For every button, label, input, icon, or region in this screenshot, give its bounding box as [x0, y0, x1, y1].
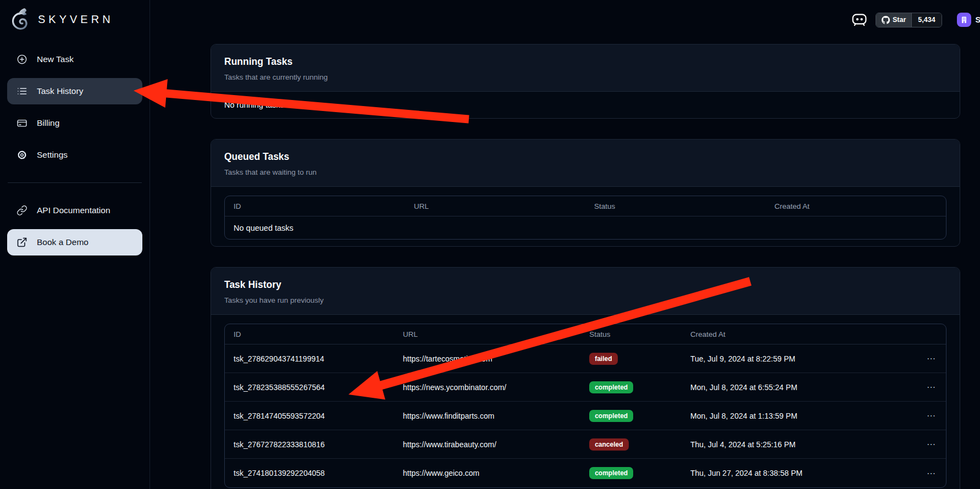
sidebar-item-label: Billing	[37, 118, 59, 128]
brand-name: SKYVERN	[38, 13, 114, 26]
plus-circle-icon	[16, 54, 27, 65]
row-actions-button[interactable]: ⋯	[913, 439, 946, 449]
row-actions-button[interactable]: ⋯	[913, 410, 946, 421]
sidebar-nav: New Task Task History Billing Settings	[7, 46, 142, 255]
queued-tasks-header: Queued Tasks Tasks that are waiting to r…	[211, 140, 960, 187]
github-star-count[interactable]: 5,434	[911, 13, 941, 27]
queued-table-header: ID URL Status Created At	[225, 196, 946, 216]
status-badge: canceled	[589, 438, 628, 451]
task-history-header: Task History Tasks you have run previous…	[211, 268, 960, 315]
column-header-id: ID	[225, 202, 405, 210]
running-tasks-title: Running Tasks	[224, 56, 946, 68]
task-id-cell: tsk_278235388555267564	[225, 383, 394, 392]
task-url-cell: https://www.tirabeauty.com/	[394, 440, 580, 449]
table-row[interactable]: tsk_276727822333810816 https://www.tirab…	[225, 430, 946, 459]
sidebar: SKYVERN New Task Task History Billing	[0, 0, 150, 489]
history-table-body: tsk_278629043741199914 https://tartecosm…	[225, 344, 946, 487]
sidebar-item-label: Settings	[37, 150, 68, 160]
column-header-created-at: Created At	[766, 202, 946, 210]
task-id-cell: tsk_278147405593572204	[225, 412, 394, 420]
github-star-widget[interactable]: Star 5,434	[876, 13, 942, 27]
ellipsis-icon: ⋯	[927, 382, 936, 392]
column-header-id: ID	[225, 330, 394, 338]
sidebar-item-new-task[interactable]: New Task	[7, 46, 142, 73]
column-header-status: Status	[585, 202, 766, 210]
table-row[interactable]: tsk_278629043741199914 https://tartecosm…	[225, 344, 946, 373]
github-star-label: Star	[893, 16, 906, 24]
book-a-demo-label: Book a Demo	[37, 237, 88, 247]
status-badge: completed	[589, 410, 633, 422]
task-id-cell: tsk_278629043741199914	[225, 354, 394, 363]
sidebar-item-settings[interactable]: Settings	[7, 142, 142, 168]
task-url-cell: https://www.finditparts.com	[394, 412, 580, 420]
running-tasks-empty: No running tasks	[211, 92, 960, 118]
history-table-header: ID URL Status Created At	[225, 324, 946, 344]
credit-card-icon	[16, 118, 27, 129]
created-at-cell: Tue, Jul 9, 2024 at 8:22:59 PM	[682, 354, 913, 363]
sidebar-divider	[8, 182, 142, 183]
queued-tasks-body: ID URL Status Created At No queued tasks	[211, 187, 960, 246]
queued-tasks-empty: No queued tasks	[225, 216, 946, 239]
sidebar-item-task-history[interactable]: Task History	[7, 78, 142, 104]
status-badge: failed	[589, 353, 617, 365]
created-at-cell: Mon, Jul 8, 2024 at 1:13:59 PM	[682, 412, 913, 420]
task-history-table: ID URL Status Created At tsk_27862904374…	[224, 324, 946, 488]
task-history-subtitle: Tasks you have run previously	[224, 296, 946, 304]
sidebar-item-billing[interactable]: Billing	[7, 110, 142, 136]
status-badge: completed	[589, 381, 633, 393]
link-icon	[16, 205, 27, 216]
queued-tasks-table: ID URL Status Created At No queued tasks	[224, 196, 946, 240]
queued-tasks-subtitle: Tasks that are waiting to run	[224, 168, 946, 176]
task-id-cell: tsk_274180139292204058	[225, 469, 394, 477]
table-row[interactable]: tsk_278235388555267564 https://news.ycom…	[225, 373, 946, 402]
github-octocat-icon	[882, 16, 890, 24]
sidebar-item-label: API Documentation	[37, 205, 110, 215]
table-row[interactable]: tsk_278147405593572204 https://www.findi…	[225, 402, 946, 430]
task-id-cell: tsk_276727822333810816	[225, 440, 394, 449]
row-actions-button[interactable]: ⋯	[913, 468, 946, 479]
ellipsis-icon: ⋯	[927, 354, 936, 363]
row-actions-button[interactable]: ⋯	[913, 382, 946, 392]
ellipsis-icon: ⋯	[927, 440, 936, 449]
created-at-cell: Thu, Jul 4, 2024 at 5:25:16 PM	[682, 440, 913, 449]
topbar: Star 5,434 Sk	[851, 12, 980, 28]
external-link-icon	[16, 237, 27, 248]
task-history-card: Task History Tasks you have run previous…	[211, 267, 960, 489]
row-actions-button[interactable]: ⋯	[913, 353, 946, 364]
gear-icon	[16, 149, 27, 160]
sidebar-item-api-documentation[interactable]: API Documentation	[7, 197, 142, 224]
task-status-cell: completed	[580, 467, 682, 479]
brand: SKYVERN	[7, 5, 142, 37]
ellipsis-icon: ⋯	[927, 411, 936, 420]
running-tasks-card: Running Tasks Tasks that are currently r…	[211, 44, 960, 119]
task-status-cell: canceled	[580, 438, 682, 451]
queued-tasks-title: Queued Tasks	[224, 151, 946, 163]
queued-tasks-card: Queued Tasks Tasks that are waiting to r…	[211, 139, 960, 247]
status-badge: completed	[589, 467, 633, 479]
skyvern-logo-dragon-icon	[8, 7, 34, 32]
table-row[interactable]: tsk_274180139292204058 https://www.geico…	[225, 459, 946, 487]
running-tasks-subtitle: Tasks that are currently running	[224, 73, 946, 81]
task-url-cell: https://www.geico.com	[394, 469, 580, 477]
task-history-body: ID URL Status Created At tsk_27862904374…	[211, 315, 960, 489]
main-content: Running Tasks Tasks that are currently r…	[150, 0, 980, 489]
ellipsis-icon: ⋯	[927, 469, 936, 478]
avatar[interactable]	[957, 13, 971, 27]
created-at-cell: Thu, Jun 27, 2024 at 8:38:58 PM	[682, 469, 913, 477]
column-header-url: URL	[394, 330, 580, 338]
building-icon	[960, 16, 968, 24]
sidebar-item-label: Task History	[37, 86, 83, 96]
task-url-cell: https://tartecosmetics.com	[394, 354, 580, 363]
created-at-cell: Mon, Jul 8, 2024 at 6:55:24 PM	[682, 383, 913, 392]
list-icon	[16, 86, 27, 97]
book-a-demo-button[interactable]: Book a Demo	[7, 229, 142, 255]
column-header-url: URL	[405, 202, 585, 210]
task-url-cell: https://news.ycombinator.com/	[394, 383, 580, 392]
github-star-button[interactable]: Star	[876, 13, 911, 27]
task-status-cell: completed	[580, 410, 682, 422]
running-tasks-header: Running Tasks Tasks that are currently r…	[211, 45, 960, 92]
task-status-cell: completed	[580, 381, 682, 393]
discord-icon[interactable]	[851, 13, 868, 27]
user-name: Sk	[976, 15, 980, 24]
task-history-title: Task History	[224, 279, 946, 291]
